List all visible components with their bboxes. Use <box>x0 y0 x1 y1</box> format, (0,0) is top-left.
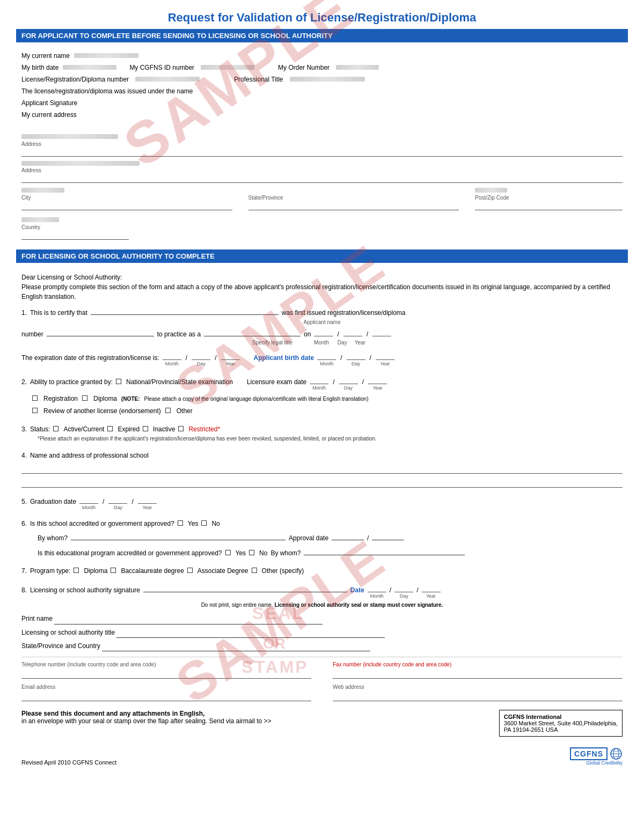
on-month-field[interactable] <box>314 328 333 336</box>
diploma-type-checkbox[interactable] <box>74 568 79 573</box>
lic-exam-day[interactable] <box>339 376 358 384</box>
license-number-field[interactable] <box>135 77 200 82</box>
grad-year-field[interactable] <box>138 495 157 504</box>
lic-exam-month[interactable] <box>310 376 328 384</box>
no-accredited-label: No <box>211 519 219 529</box>
associate-checkbox[interactable] <box>187 568 193 573</box>
other2-checkbox[interactable] <box>165 408 171 413</box>
exp-day-label: Day <box>197 360 206 368</box>
active-checkbox[interactable] <box>53 426 58 431</box>
web-field[interactable] <box>333 692 623 701</box>
associate-label: Associate Degree <box>197 566 248 576</box>
fax-field[interactable] <box>333 669 623 679</box>
address-line2-field[interactable] <box>21 173 623 183</box>
expiration-label: The expiration date of this registration… <box>21 353 159 363</box>
exp-day-field[interactable] <box>192 351 210 360</box>
sig-day-field[interactable] <box>394 584 413 592</box>
by-whom2-field[interactable] <box>304 547 465 555</box>
grad-month-field[interactable] <box>79 495 98 504</box>
country-label: Country <box>21 224 623 230</box>
email-field[interactable] <box>21 692 311 701</box>
state-field[interactable] <box>248 201 459 210</box>
by-whom-field[interactable] <box>71 532 286 540</box>
birth-date-field[interactable] <box>63 65 116 70</box>
date8-label: Date <box>350 585 364 596</box>
restricted-label: Restricted* <box>188 424 220 435</box>
birth-day-field[interactable] <box>347 351 365 360</box>
professional-title-field[interactable] <box>290 77 365 82</box>
no-accredited-checkbox[interactable] <box>201 520 207 526</box>
zip-label: Post/Zip Code <box>475 195 623 201</box>
diploma-type-label: Diploma <box>84 566 107 576</box>
email-label: Email address <box>21 683 311 692</box>
address-line1-label: Address <box>21 141 623 147</box>
lic-exam-year[interactable] <box>368 376 387 384</box>
professional-title-label: Professional Title <box>234 76 283 83</box>
section1-header: FOR APPLICANT TO COMPLETE BEFORE SENDING… <box>16 29 628 42</box>
item1-text2: was first issued registration/license/di… <box>282 308 406 318</box>
review-license-checkbox[interactable] <box>32 408 38 413</box>
telephone-field[interactable] <box>21 669 311 679</box>
school-address-field[interactable] <box>21 477 623 488</box>
birth-day-label: Day <box>352 360 360 368</box>
approval-date-field[interactable] <box>332 532 364 540</box>
order-number-field[interactable] <box>336 65 379 70</box>
yes-edu-checkbox[interactable] <box>225 550 231 555</box>
applicant-name-field[interactable] <box>91 307 279 315</box>
yes-accredited-checkbox[interactable] <box>178 520 183 526</box>
applicant-name-sub: Applicant name <box>304 318 341 327</box>
signature-field[interactable] <box>143 584 347 592</box>
birth-month-field[interactable] <box>317 351 336 360</box>
item1-number-label: number <box>21 329 43 340</box>
lic-exam-day-label: Day <box>344 384 353 392</box>
current-name-label: My current name <box>21 52 70 60</box>
grad-day-field[interactable] <box>108 495 127 504</box>
number-field[interactable] <box>47 328 154 336</box>
diploma-checkbox[interactable] <box>82 395 87 401</box>
diploma-label: Diploma <box>93 394 117 404</box>
address-name-field[interactable] <box>21 134 118 139</box>
other-specify-checkbox[interactable] <box>252 568 257 573</box>
on-day-field[interactable] <box>343 328 362 336</box>
school-name-field[interactable] <box>21 463 623 474</box>
web-label: Web address <box>333 683 623 692</box>
city-field[interactable] <box>21 201 232 210</box>
sig-month-field[interactable] <box>368 584 386 592</box>
registration-checkbox[interactable] <box>32 395 38 401</box>
no-edu-checkbox[interactable] <box>249 550 254 555</box>
birth-year-field[interactable] <box>376 351 394 360</box>
baccalaureate-checkbox[interactable] <box>111 568 116 573</box>
national-exam-checkbox[interactable] <box>116 379 121 384</box>
restricted-checkbox[interactable] <box>178 426 184 431</box>
other-specify-label: Other (specify) <box>262 566 304 576</box>
cgfns-addr-line3: PA 19104-2651 USA <box>504 726 618 733</box>
cgfns-id-field[interactable] <box>201 65 254 70</box>
approval-date-year[interactable] <box>372 532 404 540</box>
current-name-field[interactable] <box>74 53 138 58</box>
day-sub: Day <box>338 339 347 347</box>
authority-title-field[interactable] <box>116 630 385 638</box>
sig-year-field[interactable] <box>422 584 441 592</box>
inactive-checkbox[interactable] <box>143 426 148 431</box>
telephone-label: Telephone number (include country code a… <box>21 660 311 669</box>
country-field[interactable] <box>21 230 129 240</box>
on-year-field[interactable] <box>372 328 391 336</box>
item3-text: Status: <box>30 424 50 435</box>
page-title: Request for Validation of License/Regist… <box>16 11 628 25</box>
zip-field[interactable] <box>475 201 623 210</box>
exp-month-field[interactable] <box>163 351 181 360</box>
cgfns-id-label: My CGFNS ID number <box>129 64 194 71</box>
address-blurred1[interactable] <box>21 161 140 166</box>
cgfns-logo: CGFNS Global Credibility <box>570 747 623 766</box>
diploma-note-label: (NOTE: <box>121 395 140 403</box>
print-name-field[interactable] <box>54 616 323 624</box>
address-line1-field[interactable] <box>21 147 623 157</box>
state-country-field[interactable] <box>102 643 370 651</box>
exp-year-field[interactable] <box>221 351 240 360</box>
birth-date-label: Applicant birth date <box>254 353 314 363</box>
expired-checkbox[interactable] <box>107 426 113 431</box>
license-number-label: License/Registration/Diploma number <box>21 76 129 83</box>
review-license-label: Review of another license (endorsement) <box>43 406 161 416</box>
year-sub: Year <box>355 339 365 347</box>
practice-field[interactable] <box>204 328 301 336</box>
